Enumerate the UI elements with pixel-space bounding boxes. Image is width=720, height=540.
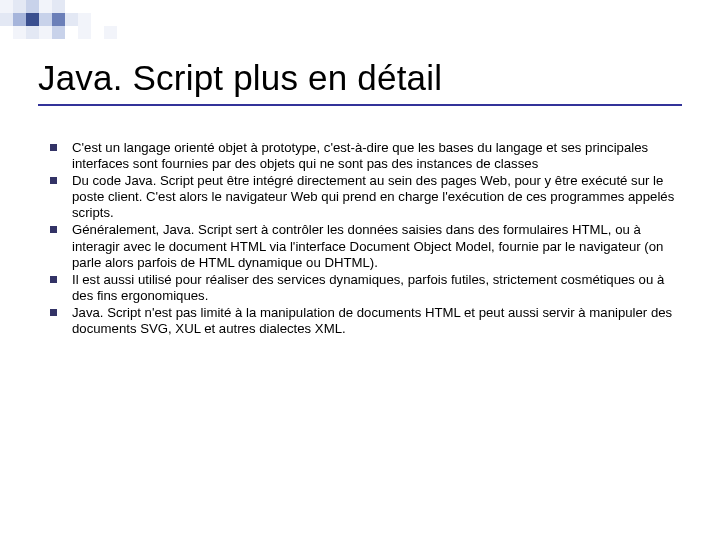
bullet-item: Java. Script n'est pas limité à la manip…	[44, 305, 682, 337]
slide-title: Java. Script plus en détail	[38, 58, 682, 98]
slide-content: Java. Script plus en détail C'est un lan…	[0, 0, 720, 358]
bullet-item: Du code Java. Script peut être intégré d…	[44, 173, 682, 221]
bullet-item: Généralement, Java. Script sert à contrô…	[44, 222, 682, 270]
corner-decoration	[0, 0, 160, 40]
title-underline	[38, 104, 682, 106]
bullet-item: Il est aussi utilisé pour réaliser des s…	[44, 272, 682, 304]
bullet-item: C'est un langage orienté objet à prototy…	[44, 140, 682, 172]
bullet-list: C'est un langage orienté objet à prototy…	[38, 140, 682, 337]
